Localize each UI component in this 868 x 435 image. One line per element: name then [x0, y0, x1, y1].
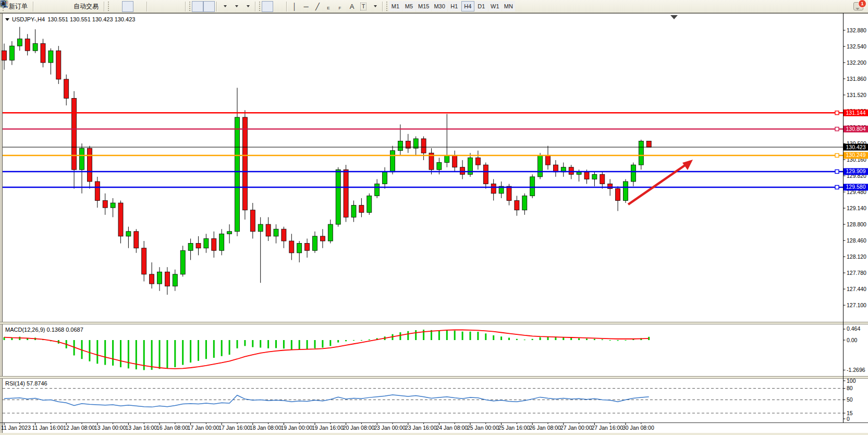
price-badge: 129.580 — [843, 184, 868, 190]
text-tool-button[interactable]: A — [346, 1, 358, 12]
toolbar-separator — [146, 2, 148, 11]
mt4-application: 新订单 — [0, 0, 868, 435]
svg-text:25 Jan 16:00: 25 Jan 16:00 — [498, 425, 530, 431]
svg-text:130.423: 130.423 — [846, 144, 866, 150]
toolbar-separator — [104, 2, 105, 11]
trendline-icon: ╱ — [315, 3, 320, 10]
vertical-line-icon: │ — [292, 3, 297, 10]
chart-canvas[interactable]: 132.880132.540132.200131.860131.520131.1… — [0, 0, 868, 435]
vertical-line-tool-button[interactable]: │ — [289, 1, 300, 12]
price-badge: 130.249 — [843, 152, 868, 159]
timeframe-button-M30[interactable]: M30 — [432, 1, 447, 11]
svg-text:130.804: 130.804 — [846, 126, 866, 132]
auto-trading-button[interactable]: 自动交易 — [70, 1, 102, 12]
timeframe-button-H1[interactable]: H1 — [448, 1, 461, 11]
crosshair-tool-button[interactable] — [273, 1, 285, 12]
chat-bubble-icon: 1 — [853, 2, 863, 10]
svg-text:132.880: 132.880 — [847, 27, 866, 33]
new-order-label: 新订单 — [9, 2, 28, 11]
toolbar-separator — [382, 2, 383, 11]
timeframe-button-D1[interactable]: D1 — [475, 1, 488, 11]
svg-text:128.800: 128.800 — [847, 221, 866, 227]
svg-text:131.860: 131.860 — [847, 76, 866, 82]
svg-text:132.200: 132.200 — [847, 59, 866, 66]
toolbar-separator — [255, 2, 256, 11]
line-chart-button[interactable] — [133, 1, 145, 12]
svg-text:23 Jan 16:00: 23 Jan 16:00 — [405, 425, 437, 431]
toolbar-grip[interactable] — [189, 2, 191, 11]
svg-text:13 Jan 00:00: 13 Jan 00:00 — [94, 425, 126, 431]
price-badge: 130.804 — [843, 126, 868, 132]
svg-text:27 Jan 16:00: 27 Jan 16:00 — [591, 425, 623, 431]
timeframe-button-H4[interactable]: H4 — [461, 1, 474, 11]
timeframe-button-W1[interactable]: W1 — [488, 1, 502, 11]
toolbar-grip[interactable] — [386, 2, 388, 11]
svg-text:131.144: 131.144 — [846, 110, 866, 116]
zoom-in-button[interactable] — [149, 1, 161, 12]
svg-text:25 Jan 00:00: 25 Jan 00:00 — [467, 425, 499, 431]
channel-sub-label: E — [327, 6, 329, 10]
zoom-out-button[interactable] — [161, 1, 172, 12]
arrows-tool-button[interactable] — [369, 1, 381, 12]
text-tool-icon: A — [350, 3, 354, 10]
toolbar-grip[interactable] — [259, 2, 261, 11]
bar-chart-button[interactable] — [111, 1, 122, 12]
svg-text:127.780: 127.780 — [847, 270, 866, 276]
timeframe-button-MN[interactable]: MN — [502, 1, 515, 11]
chart-shift-button[interactable] — [203, 1, 215, 12]
periods-button[interactable] — [230, 1, 242, 12]
cursor-tool-button[interactable] — [262, 1, 273, 12]
timeframe-toolbar: M1M5M15M30H1H4D1W1MN — [389, 1, 515, 11]
channel-tool-button[interactable]: E — [323, 1, 335, 12]
timeframe-button-M5[interactable]: M5 — [402, 1, 415, 11]
svg-text:0: 0 — [847, 416, 850, 422]
chart-title-bar: USDJPY-,H4 130.551 130.551 130.423 130.4… — [5, 16, 135, 22]
svg-text:27 Jan 00:00: 27 Jan 00:00 — [560, 425, 592, 431]
rsi-indicator-label: RSI(14) 57.8746 — [5, 380, 47, 386]
svg-text:18 Jan 08:00: 18 Jan 08:00 — [250, 425, 282, 431]
candlestick-chart-button[interactable] — [122, 1, 133, 12]
notifications-button[interactable]: 1 — [852, 1, 865, 12]
svg-text:129.580: 129.580 — [846, 184, 866, 190]
macd-indicator-label: MACD(12,26,9) 0.1368 0.0687 — [5, 327, 83, 333]
toolbar-separator — [185, 2, 186, 11]
horizontal-line-tool-button[interactable]: ─ — [300, 1, 312, 12]
timeframe-button-M1[interactable]: M1 — [389, 1, 402, 11]
svg-text:129.140: 129.140 — [847, 205, 866, 211]
svg-text:128.120: 128.120 — [847, 253, 866, 260]
svg-text:17 Jan 16:00: 17 Jan 16:00 — [218, 425, 250, 431]
chart-menu-arrow-icon[interactable] — [5, 18, 9, 21]
data-feed-button[interactable] — [58, 1, 70, 12]
fibonacci-tool-button[interactable]: F — [335, 1, 346, 12]
trendline-tool-button[interactable]: ╱ — [312, 1, 323, 12]
auto-scroll-button[interactable] — [192, 1, 203, 12]
dropdown-caret-icon — [235, 5, 238, 7]
indicators-button[interactable] — [219, 1, 230, 12]
status-strip — [0, 433, 868, 435]
toolbar-grip[interactable] — [107, 2, 109, 11]
auto-trading-label: 自动交易 — [74, 2, 99, 11]
dropdown-caret-icon — [374, 5, 377, 7]
svg-text:-1.2696: -1.2696 — [847, 367, 865, 373]
timeframe-button-M15[interactable]: M15 — [416, 1, 431, 11]
main-toolbar: 新订单 — [0, 0, 868, 13]
charts-list-button[interactable] — [35, 1, 47, 12]
svg-text:19 Jan 00:00: 19 Jan 00:00 — [280, 425, 312, 431]
toolbar-separator — [33, 2, 34, 11]
price-badge: 129.909 — [843, 168, 868, 175]
svg-text:30 Jan 08:00: 30 Jan 08:00 — [622, 425, 654, 431]
market-watch-button[interactable] — [47, 1, 58, 12]
svg-text:131.520: 131.520 — [847, 92, 866, 98]
price-badge: 131.144 — [843, 110, 868, 116]
horizontal-line-icon: ─ — [303, 3, 308, 10]
notification-badge: 1 — [858, 0, 866, 8]
search-button[interactable] — [836, 1, 848, 12]
new-order-button[interactable]: 新订单 — [5, 1, 31, 12]
toolbar-right-group: 1 — [836, 1, 865, 12]
tile-windows-button[interactable] — [172, 1, 184, 12]
svg-text:17 Jan 00:00: 17 Jan 00:00 — [188, 425, 219, 431]
text-label-tool-button[interactable]: T — [358, 1, 369, 12]
svg-text:20 Jan 08:00: 20 Jan 08:00 — [343, 425, 375, 431]
svg-text:127.440: 127.440 — [847, 286, 866, 292]
templates-button[interactable] — [242, 1, 253, 12]
